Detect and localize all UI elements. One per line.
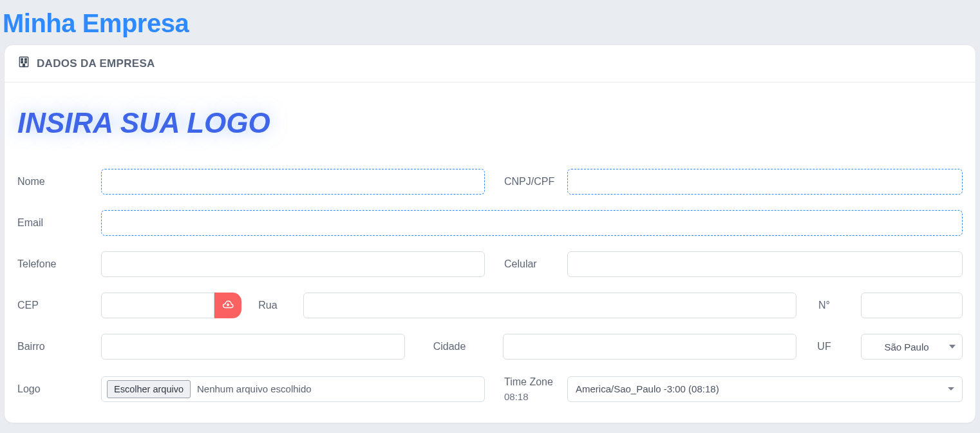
email-input[interactable] <box>101 210 963 236</box>
cep-input[interactable] <box>101 293 214 318</box>
label-email: Email <box>17 216 101 230</box>
page-title: Minha Empresa <box>0 0 980 44</box>
label-bairro: Bairro <box>17 340 101 354</box>
svg-rect-4 <box>25 61 27 63</box>
nome-input[interactable] <box>101 169 485 195</box>
svg-rect-2 <box>25 59 27 61</box>
label-timezone-time: 08:18 <box>504 390 558 403</box>
label-timezone: Time Zone 08:18 <box>485 375 567 403</box>
company-card: DADOS DA EMPRESA INSIRA SUA LOGO Nome CN… <box>4 44 976 423</box>
label-cidade: Cidade <box>405 340 503 354</box>
bairro-input[interactable] <box>101 334 405 360</box>
label-uf: UF <box>796 340 861 354</box>
timezone-value: America/Sao_Paulo -3:00 (08:18) <box>576 383 719 394</box>
label-celular: Celular <box>485 257 567 271</box>
label-nome: Nome <box>17 175 101 189</box>
cep-lookup-button[interactable] <box>214 293 241 318</box>
svg-rect-1 <box>21 59 23 61</box>
label-numero: N° <box>796 298 861 313</box>
label-timezone-text: Time Zone <box>504 376 553 387</box>
uf-select[interactable]: São Paulo <box>861 334 963 360</box>
label-cep: CEP <box>17 298 101 313</box>
cidade-input[interactable] <box>503 334 796 360</box>
file-status-text: Nenhum arquivo escolhido <box>197 383 312 394</box>
cloud-download-icon <box>222 299 234 313</box>
rua-input[interactable] <box>303 293 796 318</box>
numero-input[interactable] <box>861 293 963 318</box>
logo-file-field: Escolher arquivo Nenhum arquivo escolhid… <box>101 376 485 402</box>
chevron-down-icon <box>948 387 954 390</box>
celular-input[interactable] <box>567 251 963 277</box>
svg-rect-5 <box>23 64 25 66</box>
label-telefone: Telefone <box>17 257 101 271</box>
logo-placeholder: INSIRA SUA LOGO <box>17 95 283 157</box>
label-logo: Logo <box>17 382 101 396</box>
svg-rect-3 <box>21 61 23 63</box>
timezone-select[interactable]: America/Sao_Paulo -3:00 (08:18) <box>567 376 963 402</box>
file-choose-button[interactable]: Escolher arquivo <box>107 380 191 398</box>
label-rua: Rua <box>241 298 303 313</box>
label-cnpj: CNPJ/CPF <box>485 175 567 189</box>
cnpj-input[interactable] <box>567 169 963 195</box>
card-header: DADOS DA EMPRESA <box>5 45 975 82</box>
telefone-input[interactable] <box>101 251 485 277</box>
building-icon <box>17 55 30 72</box>
card-header-title: DADOS DA EMPRESA <box>37 57 155 70</box>
